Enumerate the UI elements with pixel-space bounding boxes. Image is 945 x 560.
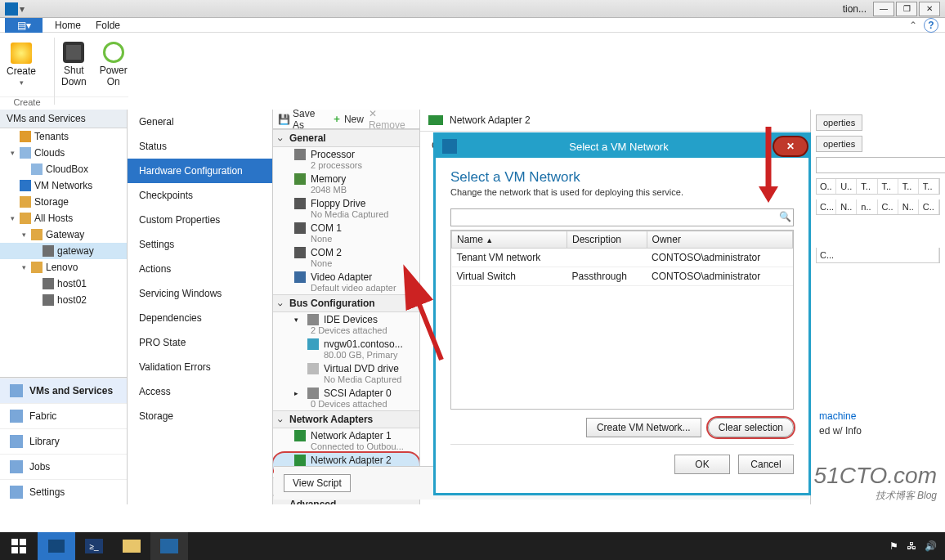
right-search[interactable] (816, 157, 945, 173)
wunderbar-vms[interactable]: VMs and Services (0, 378, 127, 403)
modal-ok-button[interactable]: OK (674, 455, 730, 474)
tray-flag-icon[interactable]: ⚑ (889, 540, 898, 552)
right-details-pane: operties operties 🔍 O..U..T..T..T..T.. C… (811, 110, 945, 504)
ribbon-tab-folder[interactable]: Folde (88, 20, 128, 31)
wunderbar-settings[interactable]: Settings (0, 479, 127, 504)
nav-host01[interactable]: host01 (0, 276, 127, 292)
nav-gateway[interactable]: gateway (0, 243, 127, 259)
right-col[interactable]: U.. (837, 179, 857, 194)
settings-checkpoints[interactable]: Checkpoints (128, 183, 272, 208)
close-button[interactable]: ✕ (919, 2, 940, 16)
hw-processor[interactable]: Processor2 processors (273, 147, 419, 172)
right-link-machine[interactable]: machine (819, 410, 937, 422)
create-vm-network-button[interactable]: Create VM Network... (586, 418, 701, 437)
settings-servicing-windows[interactable]: Servicing Windows (128, 281, 272, 306)
right-row: C...N..n..C..N..C.. (816, 199, 940, 215)
nav-gateway[interactable]: ▾Gateway (0, 226, 127, 243)
settings-dependencies[interactable]: Dependencies (128, 306, 272, 330)
modal-cancel-button[interactable]: Cancel (738, 455, 794, 474)
hw-nvgw01-contoso-[interactable]: nvgw01.contoso...80.00 GB, Primary (273, 337, 419, 361)
remove-button[interactable]: ✕ Remove (369, 108, 414, 131)
nav-vm-networks[interactable]: VM Networks (0, 177, 127, 194)
hw-cat-bus-configuration[interactable]: ⌵Bus Configuration (273, 294, 419, 312)
settings-general[interactable]: General (128, 110, 272, 134)
search-icon[interactable]: 🔍 (779, 211, 790, 222)
ribbon-shutdown[interactable]: Shut Down (55, 33, 93, 96)
ribbon-poweron[interactable]: Power On (93, 33, 134, 96)
start-button[interactable] (0, 532, 38, 560)
properties-tab-2[interactable]: operties (816, 136, 862, 152)
nav-clouds[interactable]: ▾Clouds (0, 145, 127, 161)
right-col[interactable]: T.. (920, 179, 939, 194)
svg-rect-4 (11, 547, 18, 553)
hw-memory[interactable]: Memory2048 MB (273, 172, 419, 196)
nav-tenants[interactable]: Tenants (0, 128, 127, 145)
hw-com-2[interactable]: COM 2None (273, 245, 419, 270)
save-as-button[interactable]: 💾 Save As (278, 108, 327, 131)
properties-tab-1[interactable]: operties (816, 114, 862, 131)
wunderbar-library[interactable]: Library (0, 428, 127, 454)
new-button[interactable]: ＋New (332, 112, 364, 126)
settings-custom-properties[interactable]: Custom Properties (128, 208, 272, 232)
right-row-2: C... (816, 248, 940, 263)
select-vm-network-dialog: Select a VM Network ✕ Select a VM Networ… (433, 132, 811, 495)
vm-network-grid[interactable]: Name ▲DescriptionOwnerTenant VM networkC… (450, 230, 794, 410)
right-col[interactable]: O.. (817, 179, 836, 194)
nav-cloudbox[interactable]: CloudBox (0, 161, 127, 177)
hw-video-adapter[interactable]: Video AdapterDefault video adapter (273, 270, 419, 294)
watermark: 51CTO.com 技术博客 Blog (814, 463, 937, 503)
settings-actions[interactable]: Actions (128, 257, 272, 281)
hw-floppy-drive[interactable]: Floppy DriveNo Media Captured (273, 196, 419, 221)
grid-row[interactable]: Tenant VM networkCONTOSO\administrator (452, 249, 793, 267)
nav-lenovo[interactable]: ▾Lenovo (0, 259, 127, 276)
nav-all-hosts[interactable]: ▾All Hosts (0, 210, 127, 226)
hw-scsi-adapter-0[interactable]: ▸SCSI Adapter 00 Devices attached (273, 386, 419, 410)
grid-col-owner[interactable]: Owner (647, 231, 792, 249)
settings-status[interactable]: Status (128, 134, 272, 159)
svg-rect-5 (20, 547, 26, 553)
right-cell: C... (817, 248, 939, 262)
ribbon-chevron-icon[interactable]: ⌃ (909, 20, 917, 31)
settings-storage[interactable]: Storage (128, 404, 272, 428)
tray-network-icon[interactable]: 🖧 (907, 540, 916, 552)
ribbon-create[interactable]: Create ▾ (0, 33, 43, 96)
nav-header: VMs and Services (0, 110, 127, 128)
tray-sound-icon[interactable]: 🔊 (925, 540, 937, 552)
help-button[interactable]: ? (924, 18, 938, 33)
right-col[interactable]: T.. (858, 179, 877, 194)
right-col[interactable]: T.. (879, 179, 898, 194)
taskbar-explorer[interactable] (113, 532, 150, 560)
dialog-close-button[interactable]: ✕ (774, 137, 807, 155)
settings-validation-errors[interactable]: Validation Errors (128, 355, 272, 379)
hw-ide-devices[interactable]: ▾IDE Devices2 Devices attached (273, 312, 419, 337)
ribbon-tab-home[interactable]: Home (47, 20, 88, 31)
minimize-button[interactable]: — (873, 2, 894, 16)
hw-cat-network-adapters[interactable]: ⌵Network Adapters (273, 410, 419, 428)
grid-col-description[interactable]: Description (567, 231, 647, 249)
settings-settings[interactable]: Settings (128, 232, 272, 257)
taskbar-scvmm[interactable] (150, 532, 188, 560)
hw-virtual-dvd-drive[interactable]: Virtual DVD driveNo Media Captured (273, 361, 419, 386)
wunderbar-jobs[interactable]: Jobs (0, 454, 127, 479)
nav-storage[interactable]: Storage (0, 194, 127, 210)
hw-cat-general[interactable]: ⌵General (273, 129, 419, 147)
right-col[interactable]: T.. (899, 179, 919, 194)
file-menu[interactable]: ▤ ▾ (5, 18, 43, 33)
hw-com-1[interactable]: COM 1None (273, 221, 419, 245)
wunderbar-fabric[interactable]: Fabric (0, 403, 127, 428)
taskbar-powershell[interactable]: ≥_ (75, 532, 113, 560)
settings-hardware-configuration[interactable]: Hardware Configuration (128, 159, 272, 183)
taskbar-servermgr[interactable] (38, 532, 75, 560)
clear-selection-button[interactable]: Clear selection (708, 418, 794, 437)
grid-row[interactable]: Virtual SwitchPassthroughCONTOSO\adminis… (452, 267, 793, 286)
dialog-title: Select a VM Network (464, 141, 774, 153)
hw-toolbar: 💾 Save As ＋New ✕ Remove (273, 110, 419, 129)
hw-network-adapter-1[interactable]: Network Adapter 1Connected to Outbou... (273, 428, 419, 453)
grid-col-name[interactable]: Name ▲ (452, 231, 567, 249)
settings-pro-state[interactable]: PRO State (128, 330, 272, 355)
settings-access[interactable]: Access (128, 379, 272, 404)
maximize-button[interactable]: ❐ (896, 2, 917, 16)
nav-host02[interactable]: host02 (0, 292, 127, 308)
dialog-search-input[interactable] (450, 208, 794, 226)
view-script-button[interactable]: View Script (284, 474, 351, 492)
